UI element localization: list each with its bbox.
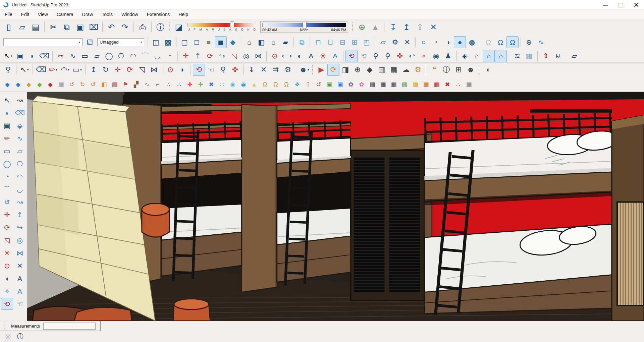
measurements-input[interactable]: [43, 323, 96, 330]
horseshoe-button[interactable]: Ω: [260, 79, 270, 90]
dark-grid-b-button[interactable]: ▦: [378, 79, 388, 90]
display-section-fill-button[interactable]: ▰: [279, 36, 291, 48]
wireframe-mode-button[interactable]: ▢: [178, 36, 191, 48]
follow-me-button[interactable]: ↪: [216, 50, 228, 62]
get-models-button[interactable]: ↧: [246, 64, 258, 76]
line-button[interactable]: ✏: [55, 50, 67, 62]
paint-bucket-button[interactable]: ◗: [176, 64, 189, 76]
fredo-blue-hash-button[interactable]: ◆: [2, 79, 13, 90]
blue-scissor-x-button[interactable]: ✖: [206, 79, 217, 90]
dark-grid-c-button[interactable]: ▦: [388, 79, 399, 90]
dimensions-button[interactable]: ⟷: [281, 50, 293, 62]
rotated-rectangle-button[interactable]: ▱: [14, 145, 26, 157]
3d-text-button[interactable]: A: [329, 50, 341, 62]
3d-viewport[interactable]: [27, 92, 644, 321]
fredo-red-grid-button[interactable]: ◆: [45, 79, 56, 90]
vray-swatches-button[interactable]: ▥: [376, 64, 388, 76]
credits-info-button[interactable]: ⓘ: [15, 332, 25, 342]
zoom-extents-button[interactable]: ✜: [394, 50, 406, 62]
select-button[interactable]: ↖: [1, 94, 13, 106]
red-swirl-button[interactable]: ↺: [313, 79, 324, 90]
shaded-mode-button[interactable]: ■: [203, 36, 215, 48]
protractor-button[interactable]: ◖: [1, 272, 13, 284]
eraser-button[interactable]: ⌫: [14, 107, 26, 119]
white-grid-button[interactable]: ▦: [56, 79, 66, 90]
polygon-button[interactable]: ⎔: [115, 50, 127, 62]
angular-dimension-button[interactable]: ✕: [14, 260, 26, 272]
curl-arrow-button[interactable]: ↺: [88, 79, 99, 90]
axes-button[interactable]: ✳: [317, 50, 329, 62]
feedback-chat-button[interactable]: ❝: [428, 64, 440, 76]
two-point-arc-button[interactable]: ⌒: [139, 50, 151, 62]
push-pull-button[interactable]: ↥: [88, 64, 100, 76]
position-camera-button[interactable]: ⌖: [418, 50, 430, 62]
help-info-button[interactable]: ⓘ: [440, 64, 452, 76]
account-button[interactable]: ☻▾: [298, 64, 310, 76]
follow-me-button[interactable]: ↪: [14, 221, 26, 233]
pie-button[interactable]: ◔: [1, 170, 13, 182]
section-plane-button[interactable]: ⌂: [243, 36, 255, 48]
extension-warehouse-button[interactable]: ✕: [427, 20, 440, 34]
extension-manager-button[interactable]: ⚙: [282, 64, 294, 76]
menu-draw[interactable]: Draw: [82, 12, 93, 17]
vray-cloud-upload-button[interactable]: ☁: [400, 64, 412, 76]
water-quarter-button[interactable]: ◔: [430, 36, 442, 48]
offset-extrude-button[interactable]: ↻: [100, 64, 112, 76]
toggle-terrain-button[interactable]: ▲: [369, 20, 382, 34]
paste-button[interactable]: ▣: [73, 20, 87, 34]
move-button[interactable]: ✛: [1, 209, 13, 221]
menu-view[interactable]: View: [38, 12, 48, 17]
print-button[interactable]: ⎙: [136, 20, 149, 34]
walk-button[interactable]: ♟: [442, 50, 454, 62]
fredo-yellow-button[interactable]: ◆: [23, 79, 34, 90]
offset-button[interactable]: ◎: [240, 50, 252, 62]
shadow-time-thumb[interactable]: [303, 22, 307, 28]
tags-dialog-button[interactable]: ⚁: [84, 36, 96, 48]
magnet-snap-button[interactable]: Ω: [506, 36, 519, 48]
delete-button[interactable]: ⌧: [87, 20, 100, 34]
orange-panel-button[interactable]: ◧: [99, 79, 109, 90]
freehand-button[interactable]: ∿: [67, 50, 79, 62]
green-cross-button[interactable]: ✚: [195, 79, 206, 90]
vray-lights-button[interactable]: ◆: [364, 64, 376, 76]
undo-button[interactable]: ↶: [105, 20, 118, 34]
purple-flower-button[interactable]: ✿: [345, 79, 356, 90]
select-button[interactable]: ↖▾: [18, 64, 31, 76]
shadow-date-thumb[interactable]: [230, 21, 234, 28]
move-button[interactable]: ✛: [112, 64, 124, 76]
open-folder-button[interactable]: ▱: [377, 36, 389, 48]
vray-assets-button[interactable]: ▶: [315, 64, 327, 76]
orbit-button[interactable]: ⟲: [1, 298, 13, 310]
green-table-button[interactable]: ▤: [399, 79, 410, 90]
menu-extensions[interactable]: Extensions: [147, 12, 170, 17]
menu-help[interactable]: Help: [178, 12, 188, 17]
eraser-button[interactable]: ⌫: [35, 64, 47, 76]
water-half-button[interactable]: ◑: [442, 36, 454, 48]
three-point-arc-button[interactable]: ◡: [151, 50, 163, 62]
stamp-button[interactable]: ⊎: [552, 50, 564, 62]
get-models-button[interactable]: ↧: [386, 20, 400, 34]
solid-trim-button[interactable]: ⊞: [348, 36, 361, 48]
rectangle-button[interactable]: ▭: [79, 50, 91, 62]
green-chest-button[interactable]: ▣: [324, 79, 335, 90]
zoom-previous-button[interactable]: ↩: [406, 50, 418, 62]
gray-corner-button[interactable]: ⌐: [152, 79, 163, 90]
monochrome-mode-button[interactable]: ◆: [227, 36, 239, 48]
yellow-cone-button[interactable]: ▲: [249, 79, 260, 90]
rectangle-button[interactable]: ▭: [1, 145, 13, 157]
hidden-line-mode-button[interactable]: □: [191, 36, 203, 48]
view-front-button[interactable]: ⌂: [483, 50, 495, 62]
menu-edit[interactable]: Edit: [21, 12, 29, 17]
fredo-green-button[interactable]: ◆: [34, 79, 45, 90]
rectangle-button[interactable]: ▭▾: [71, 64, 83, 76]
pan-button[interactable]: ☜: [205, 64, 217, 76]
mirror-button[interactable]: ⋈: [14, 247, 26, 259]
rotate-button[interactable]: ⟳: [1, 221, 13, 233]
bucket-tool-button[interactable]: ▯: [303, 79, 313, 90]
eraser-button[interactable]: ⌫: [38, 50, 50, 62]
vray-settings-button[interactable]: ⚙: [412, 64, 424, 76]
extension-warehouse-button[interactable]: ✕: [258, 64, 270, 76]
copy-button[interactable]: ⧉: [60, 20, 73, 34]
model-info-button[interactable]: ⓘ: [154, 20, 167, 34]
shaded-textures-mode-button[interactable]: ◼: [215, 36, 227, 48]
